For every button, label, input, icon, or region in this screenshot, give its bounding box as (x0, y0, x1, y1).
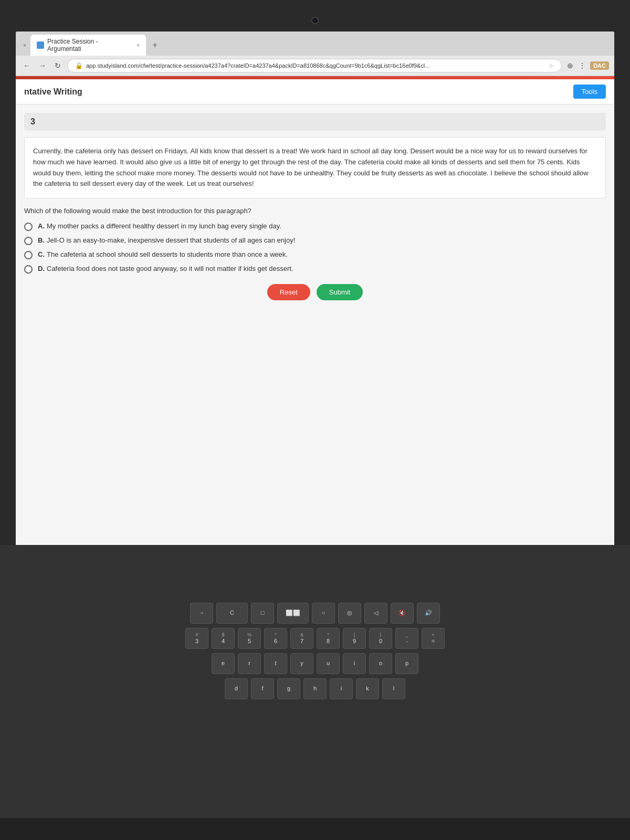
label-b: B. (38, 236, 45, 244)
ext-badge: DAC (590, 61, 609, 70)
choice-d-text: Cafeteria food does not taste good anywa… (47, 265, 293, 272)
tools-button[interactable]: Tools (573, 85, 606, 99)
key-k[interactable]: k (356, 678, 379, 699)
choice-a-text: My mother packs a different healthy dess… (47, 222, 281, 230)
key-volume-mute[interactable]: 🔇 (391, 603, 414, 624)
key-6[interactable]: ^6 (264, 628, 287, 649)
key-t[interactable]: t (264, 653, 287, 674)
key-4[interactable]: $4 (212, 628, 235, 649)
label-c: C. (38, 250, 45, 258)
radio-a[interactable] (24, 223, 33, 231)
key-equals[interactable]: += (422, 628, 445, 649)
tab-close-x[interactable]: × (21, 41, 28, 49)
radio-b[interactable] (24, 237, 33, 245)
key-window[interactable]: □ (251, 603, 274, 624)
url-text: app.studyisland.com/cfw/test/practice-se… (86, 62, 429, 69)
lock-icon: 🔒 (75, 62, 83, 69)
passage-text: Currently, the cafeteria only has desser… (33, 146, 597, 190)
key-minus[interactable]: _- (395, 628, 418, 649)
keyboard-row-0: → C □ ⬜⬜ ○ ◎ ◁ 🔇 🔊 (190, 603, 440, 624)
forward-button[interactable]: → (37, 60, 48, 71)
keyboard-row-1: #3 $4 %5 ^6 &7 *8 (9 )0 _- += (185, 628, 445, 649)
key-f[interactable]: f (251, 678, 274, 699)
tab-favicon (37, 41, 44, 49)
key-y[interactable]: y (290, 653, 313, 674)
choice-c[interactable]: C.The cafeteria at school should sell de… (24, 250, 606, 259)
extension-button[interactable]: ⊕ (566, 60, 574, 71)
choice-b-text: Jell-O is an easy-to-make, inexpensive d… (47, 236, 295, 244)
screen: × Practice Session - Argumentati × + ← →… (16, 32, 614, 567)
new-tab-button[interactable]: + (148, 39, 161, 51)
answer-choices: A.My mother packs a different healthy de… (24, 222, 606, 274)
choice-b[interactable]: B.Jell-O is an easy-to-make, inexpensive… (24, 236, 606, 245)
keyboard-row-2: e r t y u i o p (212, 653, 418, 674)
key-arrow[interactable]: → (190, 603, 213, 624)
page-header: ntative Writing Tools (16, 79, 614, 104)
main-content: 3 Currently, the cafeteria only has dess… (16, 104, 614, 559)
key-r[interactable]: r (238, 653, 261, 674)
menu-button[interactable]: ⋮ (578, 60, 587, 71)
key-l[interactable]: l (382, 678, 405, 699)
browser-chrome: × Practice Session - Argumentati × + ← →… (16, 32, 614, 76)
key-3[interactable]: #3 (185, 628, 208, 649)
radio-c[interactable] (24, 251, 33, 259)
refresh-button[interactable]: ↻ (52, 60, 63, 71)
address-bar[interactable]: 🔒 app.studyisland.com/cfw/test/practice-… (67, 59, 562, 72)
browser-actions: ⊕ ⋮ DAC (566, 60, 609, 71)
key-7[interactable]: &7 (290, 628, 313, 649)
key-back-arrow[interactable]: ◁ (364, 603, 387, 624)
passage-box: Currently, the cafeteria only has desser… (24, 137, 606, 198)
key-e[interactable]: e (212, 653, 235, 674)
key-u[interactable]: u (317, 653, 340, 674)
tab-bar: × Practice Session - Argumentati × + (16, 32, 614, 56)
key-g[interactable]: g (277, 678, 300, 699)
choice-a[interactable]: A.My mother packs a different healthy de… (24, 222, 606, 231)
key-5[interactable]: %5 (238, 628, 261, 649)
key-i[interactable]: i (343, 653, 366, 674)
key-volume-up[interactable]: 🔊 (417, 603, 440, 624)
key-brightness-down[interactable]: ○ (312, 603, 335, 624)
key-o[interactable]: o (369, 653, 392, 674)
key-refresh[interactable]: C (216, 603, 248, 624)
key-p[interactable]: p (395, 653, 418, 674)
bottom-strip (0, 818, 630, 840)
key-h[interactable]: h (303, 678, 327, 699)
address-bar-row: ← → ↻ 🔒 app.studyisland.com/cfw/test/pra… (16, 56, 614, 76)
key-d[interactable]: d (225, 678, 248, 699)
tab-close-btn[interactable]: × (136, 42, 140, 48)
key-brightness-up[interactable]: ◎ (338, 603, 361, 624)
active-tab[interactable]: Practice Session - Argumentati × (30, 35, 146, 56)
star-icon[interactable]: ☆ (549, 62, 554, 69)
radio-d[interactable] (24, 265, 33, 274)
key-i2[interactable]: i (330, 678, 353, 699)
keyboard-area: hp → C □ ⬜⬜ ○ ◎ ◁ 🔇 🔊 #3 $4 %5 ^6 &7 *8 … (0, 545, 630, 818)
choice-c-text: The cafeteria at school should sell dess… (47, 250, 288, 258)
reset-button[interactable]: Reset (267, 284, 310, 300)
label-a: A. (38, 222, 45, 230)
submit-button[interactable]: Submit (317, 284, 363, 300)
key-8[interactable]: *8 (317, 628, 340, 649)
back-button[interactable]: ← (21, 60, 33, 71)
webcam (311, 17, 319, 24)
tab-label: Practice Session - Argumentati (47, 38, 131, 52)
question-number: 3 (24, 113, 606, 131)
key-multiwindow[interactable]: ⬜⬜ (277, 603, 309, 624)
key-9[interactable]: (9 (343, 628, 366, 649)
button-row: Reset Submit (24, 284, 606, 300)
page-title: ntative Writing (24, 87, 82, 97)
choice-d[interactable]: D.Cafeteria food does not taste good any… (24, 265, 606, 274)
key-0[interactable]: )0 (369, 628, 392, 649)
keyboard-row-3: d f g h i k l (225, 678, 405, 699)
question-text: Which of the following would make the be… (24, 207, 606, 215)
label-d: D. (38, 265, 45, 272)
